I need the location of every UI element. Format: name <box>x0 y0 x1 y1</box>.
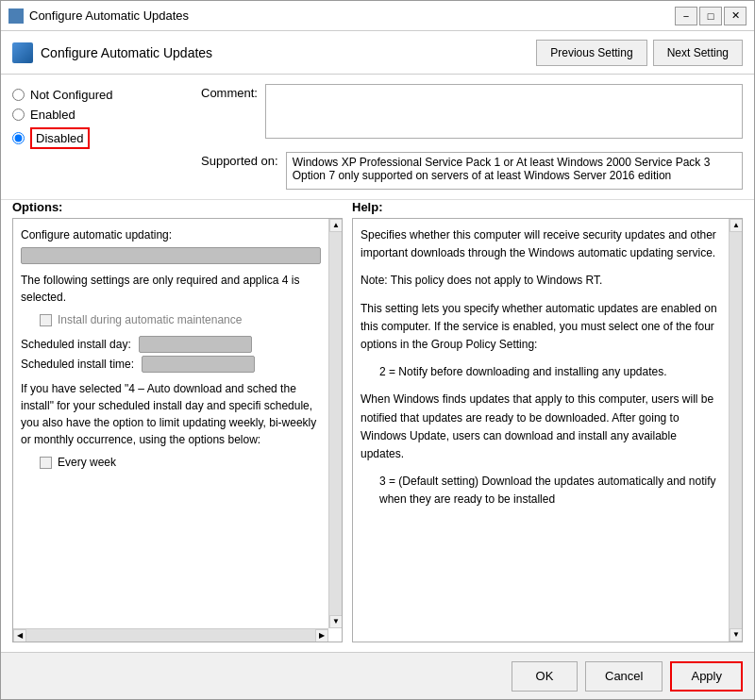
help-title: Help: <box>352 200 743 214</box>
comment-label: Comment: <box>201 84 258 100</box>
configure-dropdown[interactable] <box>21 247 321 264</box>
help-box[interactable]: Specifies whether this computer will rec… <box>352 218 743 642</box>
following-text: The following settings are only required… <box>21 272 321 306</box>
not-configured-option[interactable]: Not Configured <box>12 88 201 102</box>
help-para4: 2 = Notify before downloading and instal… <box>379 363 721 381</box>
install-maintenance-label: Install during automatic maintenance <box>58 311 242 328</box>
help-para1: Specifies whether this computer will rec… <box>361 226 721 262</box>
window-controls: − □ ✕ <box>675 7 747 25</box>
header-title: Configure Automatic Updates <box>41 45 212 60</box>
not-configured-label: Not Configured <box>30 88 112 102</box>
scheduled-time-label: Scheduled install time: <box>21 356 134 373</box>
supported-text: Windows XP Professional Service Pack 1 o… <box>293 156 736 182</box>
hscroll-left[interactable]: ◀ <box>13 629 26 642</box>
scheduled-time-row: Scheduled install time: <box>21 356 321 373</box>
next-setting-button[interactable]: Next Setting <box>653 40 743 66</box>
help-para3: This setting lets you specify whether au… <box>361 300 721 355</box>
header-bar: Configure Automatic Updates Previous Set… <box>1 31 754 75</box>
close-button[interactable]: ✕ <box>724 7 747 25</box>
help-para2: Note: This policy does not apply to Wind… <box>361 272 721 290</box>
minimize-button[interactable]: − <box>675 7 697 25</box>
options-section: Options: Configure automatic updating: T… <box>12 200 343 642</box>
hscroll-track <box>26 629 315 642</box>
help-para5: When Windows finds updates that apply to… <box>361 391 721 463</box>
enabled-radio[interactable] <box>12 108 25 121</box>
help-vscroll-track <box>730 232 742 628</box>
install-maintenance-row: Install during automatic maintenance <box>40 311 321 328</box>
every-week-row: Every week <box>40 454 321 471</box>
disabled-radio[interactable] <box>12 132 25 144</box>
options-box[interactable]: Configure automatic updating: The follow… <box>12 218 343 642</box>
help-vscroll-up[interactable]: ▲ <box>730 219 743 232</box>
window-title: Configure Automatic Updates <box>29 8 189 23</box>
scheduled-day-dropdown[interactable] <box>139 336 252 353</box>
scheduled-time-dropdown[interactable] <box>142 356 255 373</box>
help-para6: 3 = (Default setting) Download the updat… <box>379 473 721 508</box>
supported-row: Supported on: Windows XP Professional Se… <box>201 152 743 190</box>
options-vscrollbar[interactable]: ▲ ▼ <box>328 219 342 628</box>
footer: OK Cancel Apply <box>1 652 754 699</box>
configure-label: Configure automatic updating: <box>21 226 321 243</box>
help-vscrollbar[interactable]: ▲ ▼ <box>729 219 742 642</box>
header-left: Configure Automatic Updates <box>12 42 212 63</box>
help-vscroll-down[interactable]: ▼ <box>730 628 743 642</box>
content-area: Not Configured Enabled Disabled Comment:… <box>1 75 754 200</box>
options-inner: Configure automatic updating: The follow… <box>21 226 334 488</box>
title-bar-left: Configure Automatic Updates <box>8 8 189 24</box>
comment-textarea[interactable] <box>265 84 743 139</box>
install-maintenance-checkbox[interactable] <box>40 314 52 326</box>
supported-label: Supported on: <box>201 152 278 168</box>
app-icon <box>8 8 24 24</box>
scheduled-day-row: Scheduled install day: <box>21 336 321 353</box>
radio-panel: Not Configured Enabled Disabled <box>12 84 201 190</box>
comment-row: Comment: <box>201 84 743 139</box>
apply-button[interactable]: Apply <box>670 661 743 692</box>
header-icon <box>12 42 33 63</box>
scheduled-day-label: Scheduled install day: <box>21 336 131 353</box>
title-bar: Configure Automatic Updates − □ ✕ <box>1 1 754 31</box>
previous-setting-button[interactable]: Previous Setting <box>536 40 646 66</box>
maximize-button[interactable]: □ <box>699 7 722 25</box>
enabled-option[interactable]: Enabled <box>12 108 201 122</box>
ok-button[interactable]: OK <box>512 661 578 692</box>
options-title: Options: <box>12 200 343 214</box>
auto-download-text: If you have selected "4 – Auto download … <box>21 380 321 448</box>
right-panel: Comment: Supported on: Windows XP Profes… <box>201 84 743 190</box>
header-buttons: Previous Setting Next Setting <box>536 40 743 66</box>
every-week-label: Every week <box>58 454 116 471</box>
main-window: Configure Automatic Updates − □ ✕ Config… <box>0 0 755 700</box>
hscroll-right[interactable]: ▶ <box>315 629 328 642</box>
options-hscrollbar[interactable]: ◀ ▶ <box>13 628 328 642</box>
vscroll-up[interactable]: ▲ <box>329 219 343 232</box>
disabled-option[interactable]: Disabled <box>12 127 201 149</box>
help-section: Help: Specifies whether this computer wi… <box>352 200 743 642</box>
cancel-button[interactable]: Cancel <box>585 661 663 692</box>
disabled-label: Disabled <box>36 131 84 145</box>
not-configured-radio[interactable] <box>12 89 25 101</box>
supported-box: Windows XP Professional Service Pack 1 o… <box>286 152 743 190</box>
main-section: Options: Configure automatic updating: T… <box>1 200 754 652</box>
vscroll-track <box>329 232 342 615</box>
vscroll-down[interactable]: ▼ <box>329 615 343 628</box>
enabled-label: Enabled <box>30 108 76 122</box>
every-week-checkbox[interactable] <box>40 457 52 469</box>
disabled-box: Disabled <box>30 127 90 149</box>
help-content: Specifies whether this computer will rec… <box>361 226 734 508</box>
